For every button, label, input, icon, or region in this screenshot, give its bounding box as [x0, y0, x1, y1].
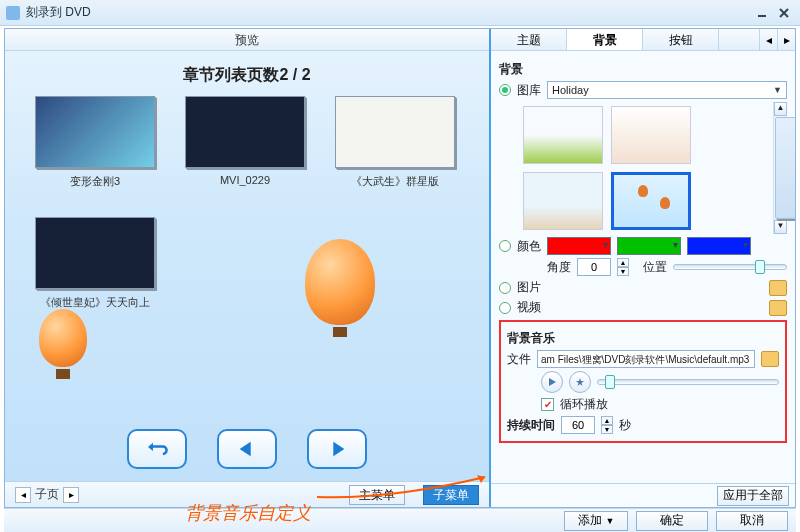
duration-spinner[interactable]: ▲▼	[601, 416, 613, 434]
apply-all-button[interactable]: 应用于全部	[717, 486, 789, 506]
subpage-next[interactable]: ▸	[63, 487, 79, 503]
chapter-item[interactable]: 《大武生》群星版	[335, 96, 455, 189]
tabs-scroll-right[interactable]: ▸	[777, 29, 795, 50]
chevron-down-icon: ▼	[773, 85, 782, 95]
settings-tabs: 主题 背景 按钮 ◂ ▸	[491, 29, 795, 51]
bg-music-section: 背景音乐 文件 am Files\狸窝\DVD刻录软件\Music\defaul…	[499, 320, 787, 443]
music-file-field[interactable]: am Files\狸窝\DVD刻录软件\Music\default.mp3	[537, 350, 755, 368]
chapter-label: 变形金刚3	[35, 174, 155, 189]
library-selected: Holiday	[552, 84, 589, 96]
main-area: 预览 章节列表页数2 / 2 变形金刚3 MVI_0229 《大武生》群星版 《…	[4, 28, 796, 508]
music-play-button[interactable]	[541, 371, 563, 393]
browse-music[interactable]	[761, 351, 779, 367]
radio-image[interactable]	[499, 282, 511, 294]
duration-label: 持续时间	[507, 417, 555, 434]
chapter-item[interactable]: MVI_0229	[185, 96, 305, 189]
balloon-decoration	[305, 239, 375, 337]
subpage-label: 子页	[35, 486, 59, 503]
page-title: 章节列表页数2 / 2	[5, 65, 489, 86]
window-title: 刻录到 DVD	[26, 4, 91, 21]
radio-video[interactable]	[499, 302, 511, 314]
position-label: 位置	[643, 259, 667, 276]
position-slider[interactable]	[673, 264, 787, 270]
angle-label: 角度	[547, 259, 571, 276]
radio-color[interactable]	[499, 240, 511, 252]
preview-header: 预览	[5, 29, 489, 51]
settings-footer: 应用于全部	[491, 483, 795, 507]
dialog-footer: 添加 ▼ 确定 取消	[4, 508, 796, 532]
preview-panel: 预览 章节列表页数2 / 2 变形金刚3 MVI_0229 《大武生》群星版 《…	[5, 29, 491, 507]
loop-label: 循环播放	[560, 396, 608, 413]
scroll-thumb[interactable]	[775, 117, 795, 219]
radio-library[interactable]	[499, 84, 511, 96]
duration-input[interactable]	[561, 416, 595, 434]
swatch-selected[interactable]	[611, 172, 691, 230]
ok-button[interactable]: 确定	[636, 511, 708, 531]
radio-color-label: 颜色	[517, 238, 541, 255]
music-progress-slider[interactable]	[597, 379, 779, 385]
swatch[interactable]	[523, 172, 603, 230]
music-header: 背景音乐	[507, 330, 779, 347]
browse-video[interactable]	[769, 300, 787, 316]
swatches-scrollbar[interactable]: ▲ ▼	[773, 102, 787, 234]
radio-image-label: 图片	[517, 279, 541, 296]
library-dropdown[interactable]: Holiday ▼	[547, 81, 787, 99]
chevron-down-icon: ▼	[606, 516, 615, 526]
file-label: 文件	[507, 351, 531, 368]
prev-button[interactable]	[217, 429, 277, 469]
cancel-button[interactable]: 取消	[716, 511, 788, 531]
chapter-item[interactable]: 《倾世皇妃》天天向上	[35, 217, 155, 310]
titlebar: 刻录到 DVD	[0, 0, 800, 26]
chapter-thumbnail	[35, 217, 155, 289]
annotation-arrow	[315, 471, 495, 501]
browse-image[interactable]	[769, 280, 787, 296]
swatch[interactable]	[523, 106, 603, 164]
minimize-button[interactable]	[752, 5, 772, 21]
color-1[interactable]	[547, 237, 611, 255]
return-button[interactable]	[127, 429, 187, 469]
app-icon	[6, 6, 20, 20]
scroll-down[interactable]: ▼	[774, 220, 787, 234]
subpage-prev[interactable]: ◂	[15, 487, 31, 503]
chapter-thumbnail	[335, 96, 455, 168]
chapter-label: MVI_0229	[185, 174, 305, 186]
subpage-stepper: ◂ 子页 ▸	[15, 486, 79, 503]
loop-checkbox[interactable]: ✔	[541, 398, 554, 411]
chapter-thumbnail	[35, 96, 155, 168]
chapter-item[interactable]: 变形金刚3	[35, 96, 155, 189]
radio-video-label: 视频	[517, 299, 541, 316]
settings-panel: 主题 背景 按钮 ◂ ▸ 背景 图库 Holiday ▼	[491, 29, 795, 507]
bg-section-header: 背景	[499, 61, 787, 78]
angle-spinner[interactable]: ▲▼	[617, 258, 629, 276]
balloon-decoration	[39, 309, 87, 379]
chapter-label: 《倾世皇妃》天天向上	[35, 295, 155, 310]
chapter-thumbnail	[185, 96, 305, 168]
tab-theme[interactable]: 主题	[491, 29, 567, 50]
add-button[interactable]: 添加 ▼	[564, 511, 628, 531]
close-button[interactable]	[774, 5, 794, 21]
chapter-label: 《大武生》群星版	[335, 174, 455, 189]
music-stop-button[interactable]	[569, 371, 591, 393]
scroll-up[interactable]: ▲	[774, 102, 787, 116]
add-label: 添加	[578, 512, 602, 529]
color-2[interactable]	[617, 237, 681, 255]
color-3[interactable]	[687, 237, 751, 255]
angle-input[interactable]	[577, 258, 611, 276]
library-swatches	[499, 102, 773, 234]
settings-body: 背景 图库 Holiday ▼	[491, 51, 795, 483]
duration-unit: 秒	[619, 417, 631, 434]
radio-library-label: 图库	[517, 82, 541, 99]
handwriting-annotation: 背景音乐自定义	[185, 501, 311, 525]
chapter-grid: 变形金刚3 MVI_0229 《大武生》群星版 《倾世皇妃》天天向上	[5, 96, 489, 310]
nav-row	[5, 429, 489, 469]
next-button[interactable]	[307, 429, 367, 469]
tab-background[interactable]: 背景	[567, 29, 643, 50]
swatch[interactable]	[611, 106, 691, 164]
tab-button[interactable]: 按钮	[643, 29, 719, 50]
tabs-scroll-left[interactable]: ◂	[759, 29, 777, 50]
